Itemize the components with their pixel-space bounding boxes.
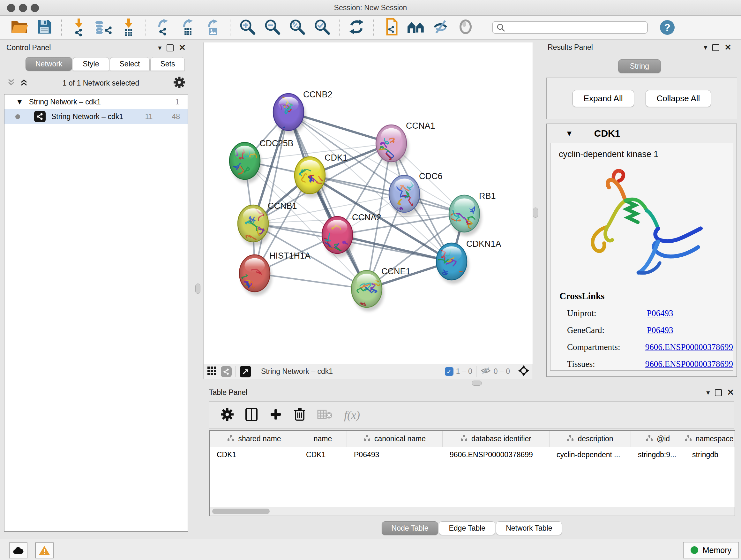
- houses-button[interactable]: [403, 17, 428, 37]
- splitter-handle[interactable]: [472, 381, 482, 386]
- float-panel-icon[interactable]: [715, 389, 722, 396]
- import-network-file-button[interactable]: [66, 17, 91, 37]
- save-session-button[interactable]: [32, 17, 57, 37]
- zoom-selected-button[interactable]: [310, 17, 334, 37]
- crosslink-link[interactable]: P06493: [647, 308, 673, 318]
- export-image-file-button[interactable]: [200, 17, 225, 37]
- column-header-shared-name[interactable]: shared name: [210, 431, 299, 447]
- zoom-out-button[interactable]: [260, 17, 285, 37]
- crosslink-link[interactable]: 9606.ENSP00000378699: [645, 342, 733, 352]
- tab-string[interactable]: String: [618, 59, 661, 73]
- tab-style[interactable]: Style: [73, 57, 109, 71]
- panel-menu-icon[interactable]: ▾: [704, 44, 707, 52]
- delete-table-icon[interactable]: [317, 409, 333, 421]
- table-cell[interactable]: stringdb:9...: [631, 447, 685, 462]
- show-columns-icon[interactable]: [245, 408, 258, 423]
- node-count: 11: [145, 112, 153, 121]
- expand-all-button[interactable]: Expand All: [572, 90, 634, 107]
- close-panel-icon[interactable]: ✕: [179, 43, 186, 53]
- zoom-in-button[interactable]: [235, 17, 260, 37]
- tab-network-table[interactable]: Network Table: [496, 521, 562, 535]
- collection-expander-icon[interactable]: ▼: [16, 98, 23, 106]
- float-panel-icon[interactable]: [166, 44, 174, 51]
- hide-eye-button[interactable]: [428, 17, 453, 37]
- crosslink-link[interactable]: 9606.ENSP00000378699: [645, 359, 733, 369]
- table-cell[interactable]: stringdb: [685, 447, 733, 462]
- tab-node-table[interactable]: Node Table: [382, 521, 439, 535]
- crosslink-label: GeneCard:: [559, 325, 647, 335]
- column-header-name[interactable]: name: [299, 431, 347, 447]
- table-cell[interactable]: P06493: [347, 447, 443, 462]
- import-table-file-button[interactable]: [116, 17, 141, 37]
- splitter-handle[interactable]: [533, 207, 538, 218]
- network-collection-row[interactable]: ▼ String Network – cdk1 1: [4, 95, 188, 109]
- tab-select[interactable]: Select: [110, 57, 150, 71]
- tab-sets[interactable]: Sets: [150, 57, 185, 71]
- network-node-rb1[interactable]: RB1: [449, 191, 496, 232]
- help-button[interactable]: ?: [660, 20, 675, 35]
- current-network-name: String Network – cdk1: [261, 367, 333, 376]
- panel-menu-icon[interactable]: ▾: [158, 44, 161, 52]
- column-header-description[interactable]: description: [549, 431, 631, 447]
- refresh-view-button[interactable]: [344, 17, 369, 37]
- hidden-eye-icon[interactable]: [480, 367, 491, 377]
- search-input[interactable]: [492, 21, 648, 34]
- table-cell[interactable]: cyclin-dependent ...: [549, 447, 631, 462]
- tab-network[interactable]: Network: [25, 57, 72, 71]
- open-in-window-icon[interactable]: [240, 366, 251, 377]
- close-panel-icon[interactable]: ✕: [727, 388, 734, 397]
- search-icon: [496, 23, 506, 34]
- eye-button[interactable]: [453, 17, 478, 37]
- column-header-namespace[interactable]: namespace: [685, 431, 733, 447]
- table-options-gear-icon[interactable]: [221, 408, 233, 422]
- node-label-ccne1: CCNE1: [381, 266, 411, 276]
- collapse-all-button[interactable]: Collapse All: [646, 90, 711, 107]
- panel-menu-icon[interactable]: ▾: [706, 388, 710, 397]
- network-canvas[interactable]: CCNB2CCNA1CDC25BCDK1CDC6RB1CCNB1CCNA2CDK…: [204, 43, 533, 364]
- birdseye-view-icon[interactable]: [207, 366, 216, 377]
- import-network-database-button[interactable]: [91, 17, 116, 37]
- cloud-status-button[interactable]: [9, 543, 27, 558]
- splitter-handle[interactable]: [195, 284, 200, 294]
- add-column-plus-icon[interactable]: [269, 408, 282, 422]
- zoom-fit-button[interactable]: [285, 17, 310, 37]
- tab-edge-table[interactable]: Edge Table: [439, 521, 495, 535]
- network-edge[interactable]: [288, 112, 367, 289]
- function-builder-icon[interactable]: f(x): [344, 408, 360, 422]
- results-actions-box: Expand All Collapse All: [546, 78, 737, 119]
- column-header-canonical-name[interactable]: canonical name: [347, 431, 443, 447]
- entry-name: CDK1: [594, 128, 620, 139]
- network-row[interactable]: String Network – cdk1 11 48: [4, 109, 188, 124]
- column-header-database-identifier[interactable]: database identifier: [443, 431, 549, 447]
- network-share-gray-icon[interactable]: [221, 366, 232, 377]
- collapse-all-icon[interactable]: [7, 78, 15, 88]
- table-cell[interactable]: 9606.ENSP00000378699: [443, 447, 549, 462]
- node-label-ccna1: CCNA1: [406, 121, 435, 131]
- column-header--id[interactable]: @id: [631, 431, 685, 447]
- document-share-button[interactable]: [379, 17, 403, 37]
- network-edge[interactable]: [255, 112, 288, 273]
- window-title: Session: New Session: [0, 0, 741, 15]
- float-panel-icon[interactable]: [712, 44, 719, 51]
- export-table-file-button[interactable]: [176, 17, 200, 37]
- memory-button[interactable]: Memory: [683, 542, 739, 558]
- table-hscroll-thumb[interactable]: [212, 509, 270, 514]
- memory-status-dot-icon: [690, 546, 698, 554]
- export-network-file-button[interactable]: [151, 17, 176, 37]
- table-hscroll-track[interactable]: [210, 507, 735, 516]
- network-node-hist1h1a[interactable]: HIST1H1A: [234, 251, 311, 292]
- table-row[interactable]: CDK1CDK1P064939606.ENSP00000378699cyclin…: [210, 447, 735, 462]
- table-cell[interactable]: CDK1: [210, 447, 299, 462]
- network-options-gear-icon[interactable]: [174, 77, 185, 89]
- close-panel-icon[interactable]: ✕: [724, 43, 731, 52]
- crosslink-link[interactable]: P06493: [647, 325, 673, 335]
- open-session-button[interactable]: [7, 17, 32, 37]
- hidden-counts: 0 – 0: [494, 367, 510, 376]
- table-cell[interactable]: CDK1: [299, 447, 347, 462]
- fit-content-crosshair-icon[interactable]: [518, 365, 529, 378]
- expand-all-icon[interactable]: [20, 78, 28, 88]
- entry-expander-icon[interactable]: ▼: [565, 129, 573, 138]
- warnings-button[interactable]: [35, 543, 54, 558]
- delete-trash-icon[interactable]: [293, 408, 306, 423]
- selected-nodes-checkbox-icon[interactable]: ✓: [445, 367, 454, 376]
